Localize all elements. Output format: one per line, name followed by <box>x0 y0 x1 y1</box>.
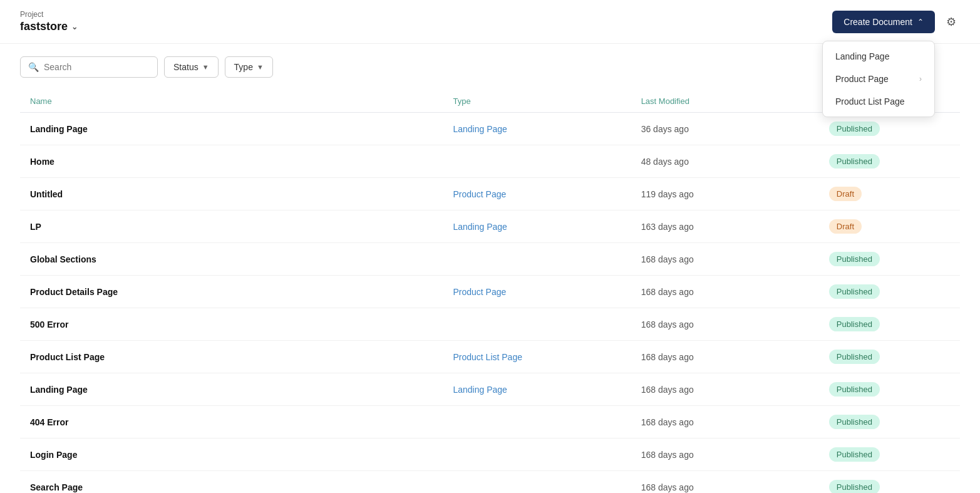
table-row[interactable]: Landing Page Landing Page 36 days ago Pu… <box>20 113 960 145</box>
project-name-text: faststore <box>20 20 68 33</box>
cell-status: Published <box>819 276 960 308</box>
cell-name: Product Details Page <box>20 276 443 308</box>
cell-type: Product Page <box>443 178 631 210</box>
cell-status: Published <box>819 341 960 373</box>
status-filter-label: Status <box>173 62 199 72</box>
document-table-container: Name Type Last Modified Status Landing P… <box>0 90 980 493</box>
cell-modified: 168 days ago <box>631 406 819 439</box>
dropdown-item-label: Product Page <box>835 74 889 84</box>
cell-status: Published <box>819 471 960 494</box>
status-badge: Published <box>829 382 880 397</box>
cell-status: Draft <box>819 210 960 243</box>
status-badge: Published <box>829 350 880 364</box>
chevron-down-icon: ⌄ <box>71 23 78 31</box>
document-table: Name Type Last Modified Status Landing P… <box>20 90 960 493</box>
status-badge: Published <box>829 252 880 266</box>
cell-type: Product Page <box>443 276 631 308</box>
cell-name: Login Page <box>20 439 443 471</box>
status-badge: Draft <box>829 187 862 201</box>
table-row[interactable]: Untitled Product Page 119 days ago Draft <box>20 178 960 210</box>
cell-modified: 48 days ago <box>631 145 819 178</box>
cell-status: Published <box>819 113 960 145</box>
cell-status: Draft <box>819 178 960 210</box>
col-header-type: Type <box>443 90 631 113</box>
settings-button[interactable]: ⚙ <box>942 11 960 33</box>
cell-modified: 168 days ago <box>631 471 819 494</box>
project-name-button[interactable]: faststore ⌄ <box>20 20 78 33</box>
status-badge: Published <box>829 284 880 299</box>
project-label: Project <box>20 10 78 19</box>
status-filter-button[interactable]: Status ▼ <box>164 56 219 78</box>
cell-name: 404 Error <box>20 406 443 439</box>
status-badge: Published <box>829 154 880 169</box>
search-box: 🔍 <box>20 56 158 78</box>
cell-name: Product List Page <box>20 341 443 373</box>
cell-type <box>443 406 631 439</box>
table-row[interactable]: Product Details Page Product Page 168 da… <box>20 276 960 308</box>
status-badge: Published <box>829 480 880 493</box>
search-input[interactable] <box>44 62 150 72</box>
cell-status: Published <box>819 308 960 341</box>
cell-status: Published <box>819 406 960 439</box>
status-badge: Draft <box>829 219 862 234</box>
dropdown-item-product-list-page[interactable]: Product List Page <box>823 90 934 113</box>
table-row[interactable]: LP Landing Page 163 days ago Draft <box>20 210 960 243</box>
cell-type: Landing Page <box>443 373 631 406</box>
cell-name: Untitled <box>20 178 443 210</box>
cell-modified: 36 days ago <box>631 113 819 145</box>
table-row[interactable]: Global Sections 168 days ago Published <box>20 243 960 276</box>
table-row[interactable]: Home 48 days ago Published <box>20 145 960 178</box>
dropdown-item-label: Product List Page <box>835 96 905 106</box>
status-chevron-down-icon: ▼ <box>202 63 209 71</box>
cell-name: Global Sections <box>20 243 443 276</box>
cell-modified: 119 days ago <box>631 178 819 210</box>
create-document-button[interactable]: Create Document ⌃ <box>832 11 935 33</box>
type-chevron-down-icon: ▼ <box>257 63 264 71</box>
table-row[interactable]: Search Page 168 days ago Published <box>20 471 960 494</box>
cell-name: Home <box>20 145 443 178</box>
project-info: Project faststore ⌄ <box>20 10 78 33</box>
cell-name: Search Page <box>20 471 443 494</box>
cell-type <box>443 243 631 276</box>
table-row[interactable]: Product List Page Product List Page 168 … <box>20 341 960 373</box>
cell-type <box>443 308 631 341</box>
search-icon: 🔍 <box>28 62 39 72</box>
cell-modified: 168 days ago <box>631 439 819 471</box>
cell-modified: 168 days ago <box>631 243 819 276</box>
col-header-modified: Last Modified <box>631 90 819 113</box>
cell-type: Product List Page <box>443 341 631 373</box>
create-document-dropdown: Landing Page Product Page › Product List… <box>822 41 935 117</box>
cell-status: Published <box>819 439 960 471</box>
cell-type: Landing Page <box>443 113 631 145</box>
cell-name: LP <box>20 210 443 243</box>
table-row[interactable]: Landing Page Landing Page 168 days ago P… <box>20 373 960 406</box>
chevron-right-icon: › <box>919 75 922 83</box>
cell-type <box>443 471 631 494</box>
status-badge: Published <box>829 415 880 429</box>
cell-modified: 168 days ago <box>631 276 819 308</box>
cell-modified: 168 days ago <box>631 373 819 406</box>
table-row[interactable]: 404 Error 168 days ago Published <box>20 406 960 439</box>
type-filter-label: Type <box>234 62 253 72</box>
cell-status: Published <box>819 243 960 276</box>
header: Project faststore ⌄ Create Document ⌃ La… <box>0 0 980 44</box>
cell-type <box>443 439 631 471</box>
header-actions: Create Document ⌃ Landing Page Product P… <box>832 11 960 33</box>
dropdown-item-label: Landing Page <box>835 51 889 61</box>
cell-type <box>443 145 631 178</box>
type-filter-button[interactable]: Type ▼ <box>225 56 273 78</box>
cell-status: Published <box>819 145 960 178</box>
dropdown-item-product-page[interactable]: Product Page › <box>823 68 934 90</box>
cell-modified: 168 days ago <box>631 341 819 373</box>
table-row[interactable]: 500 Error 168 days ago Published <box>20 308 960 341</box>
cell-modified: 168 days ago <box>631 308 819 341</box>
cell-status: Published <box>819 373 960 406</box>
dropdown-item-landing-page[interactable]: Landing Page <box>823 45 934 68</box>
chevron-up-icon: ⌃ <box>917 18 924 26</box>
gear-icon: ⚙ <box>946 16 956 28</box>
cell-name: Landing Page <box>20 113 443 145</box>
cell-type: Landing Page <box>443 210 631 243</box>
table-body: Landing Page Landing Page 36 days ago Pu… <box>20 113 960 494</box>
cell-name: Landing Page <box>20 373 443 406</box>
table-row[interactable]: Login Page 168 days ago Published <box>20 439 960 471</box>
